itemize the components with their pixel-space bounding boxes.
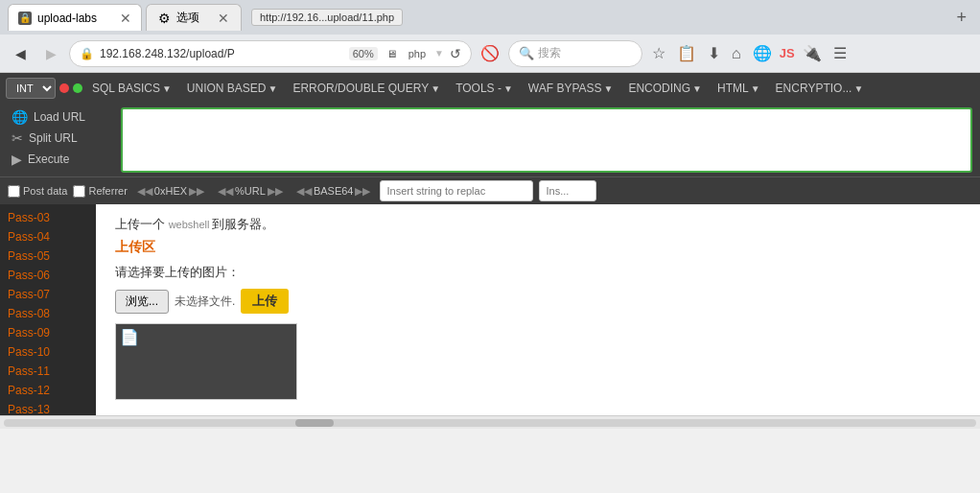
blocked-icon: 🚫: [480, 44, 500, 62]
replace-input-1[interactable]: [380, 180, 533, 201]
tab-upload-labs[interactable]: 🔒 upload-labs ✕: [8, 4, 142, 31]
base64-right-arrow-icon: ▶▶: [355, 185, 370, 198]
html-arrow-icon: ▼: [751, 83, 760, 94]
waf-bypass-arrow-icon: ▼: [604, 83, 614, 94]
hackbar-bottom-bar: Post data Referrer ◀◀ 0xHEX ▶▶ ◀◀ %URL ▶…: [0, 176, 980, 204]
sidebar-item[interactable]: Pass-09: [0, 323, 96, 342]
address-box[interactable]: 🔒 192.168.248.132/upload/P 60% 🖥 php ▼ ↺: [69, 40, 472, 67]
sidebar-item[interactable]: Pass-11: [0, 362, 96, 381]
back-button[interactable]: ◀: [8, 41, 33, 66]
sidebar-item[interactable]: Pass-10: [0, 342, 96, 362]
tab-bar: 🔒 upload-labs ✕ ⚙ 选项 ✕ http://192.16...u…: [0, 0, 980, 35]
hackbar-tools[interactable]: TOOLS - ▼: [450, 80, 519, 97]
download-button[interactable]: ⬇: [704, 42, 724, 64]
new-tab-button[interactable]: +: [956, 8, 967, 28]
split-url-label: Split URL: [29, 131, 78, 145]
hackbar-error-double[interactable]: ERROR/DOUBLE QUERY ▼: [287, 80, 446, 97]
url-encode-button[interactable]: ◀◀ %URL ▶▶: [214, 184, 287, 199]
tab-settings[interactable]: ⚙ 选项 ✕: [146, 4, 242, 31]
tab-title-1: upload-labs: [37, 12, 97, 25]
tab-close-1[interactable]: ✕: [120, 11, 131, 26]
lock-icon: 🔒: [80, 47, 94, 60]
blocked-button[interactable]: 🚫: [478, 41, 502, 66]
union-based-arrow-icon: ▼: [268, 83, 278, 94]
star-button[interactable]: ☆: [648, 42, 669, 64]
upload-controls: 浏览... 未选择文件. 上传: [115, 289, 961, 314]
hackbar-waf-bypass[interactable]: WAF BYPASS ▼: [523, 80, 619, 97]
browse-label: 浏览...: [126, 294, 158, 308]
sidebar-item[interactable]: Pass-07: [0, 285, 96, 304]
forward-button[interactable]: ▶: [38, 41, 63, 66]
load-url-label: Load URL: [34, 110, 85, 124]
js-button[interactable]: JS: [780, 46, 795, 60]
toolbar-icons: ☆ 📋 ⬇ ⌂ 🌐 JS 🔌 ☰: [648, 42, 851, 64]
replace-input-2[interactable]: [539, 180, 596, 201]
sql-basics-arrow-icon: ▼: [162, 83, 172, 94]
encoding-arrow-icon: ▼: [692, 83, 702, 94]
preview-icon: 📄: [120, 328, 139, 346]
referrer-checkbox[interactable]: [73, 185, 85, 198]
upload-label-text: 上传: [252, 293, 277, 308]
sidebar-item[interactable]: Pass-06: [0, 266, 96, 285]
referrer-checkbox-label[interactable]: Referrer: [73, 185, 127, 198]
referrer-label: Referrer: [88, 185, 127, 197]
hackbar-encryption[interactable]: ENCRYPTIO... ▼: [770, 80, 870, 97]
execute-action[interactable]: ▶ Execute: [8, 150, 113, 169]
hackbar-encoding[interactable]: ENCODING ▼: [622, 80, 708, 97]
execute-icon: ▶: [12, 152, 22, 167]
globe-button[interactable]: 🌐: [749, 42, 776, 64]
url-label: %URL: [235, 185, 266, 197]
sidebar-item[interactable]: Pass-13: [0, 400, 96, 415]
post-data-checkbox[interactable]: [8, 185, 20, 198]
scrollbar-track: [4, 419, 976, 427]
hackbar-union-based[interactable]: UNION BASED ▼: [181, 80, 284, 97]
sidebar-item[interactable]: Pass-08: [0, 304, 96, 323]
base64-left-arrow-icon: ◀◀: [296, 185, 312, 198]
error-double-arrow-icon: ▼: [431, 83, 440, 94]
load-url-action[interactable]: 🌐 Load URL: [8, 107, 113, 127]
sidebar-item[interactable]: Pass-04: [0, 227, 96, 246]
hex-left-arrow-icon: ◀◀: [137, 185, 152, 198]
sidebar-item[interactable]: Pass-03: [0, 208, 96, 227]
hex-encode-button[interactable]: ◀◀ 0xHEX ▶▶: [133, 184, 208, 199]
scrollbar-area[interactable]: [0, 415, 980, 429]
upload-button[interactable]: 上传: [241, 289, 289, 314]
hex-right-arrow-icon: ▶▶: [189, 185, 204, 198]
tab-settings-close[interactable]: ✕: [218, 11, 229, 26]
sidebar-item[interactable]: Pass-12: [0, 381, 96, 400]
php-label: php: [406, 48, 429, 59]
home-button[interactable]: ⌂: [728, 43, 745, 64]
hackbar-sql-basics[interactable]: SQL BASICS ▼: [86, 80, 177, 97]
preview-box: 📄: [115, 323, 297, 400]
file-placeholder: 未选择文件.: [175, 293, 235, 310]
tab-favicon-1: 🔒: [18, 12, 32, 25]
hackbar-select[interactable]: INT: [6, 78, 56, 99]
hackbar-menu-bar: INT SQL BASICS ▼ UNION BASED ▼ ERROR/DOU…: [0, 73, 980, 104]
hackbar-textarea[interactable]: [121, 107, 972, 173]
post-data-checkbox-label[interactable]: Post data: [8, 185, 67, 198]
intro-text: 上传一个 webshell 到服务器。: [115, 216, 961, 233]
hackbar-actions: 🌐 Load URL ✂ Split URL ▶ Execute: [8, 107, 113, 173]
split-url-action[interactable]: ✂ Split URL: [8, 129, 113, 148]
sidebar-item[interactable]: Pass-05: [0, 246, 96, 266]
bookmark-button[interactable]: 📋: [673, 42, 700, 64]
url-left-arrow-icon: ◀◀: [218, 185, 233, 198]
url-tab-display[interactable]: http://192.16...upload/11.php: [251, 9, 403, 26]
reload-button[interactable]: ↺: [450, 46, 461, 61]
upload-label: 请选择要上传的图片：: [115, 264, 961, 281]
zoom-badge: 60%: [349, 47, 378, 60]
hackbar-html[interactable]: HTML ▼: [712, 80, 766, 97]
base64-encode-button[interactable]: ◀◀ BASE64 ▶▶: [292, 184, 375, 199]
intro-prefix: 上传一个: [115, 217, 165, 231]
dropdown-arrow-icon: ▼: [434, 48, 444, 59]
browse-button[interactable]: 浏览...: [115, 290, 169, 314]
menu-button[interactable]: ☰: [829, 42, 851, 64]
intro-suffix: 到服务器。: [212, 217, 274, 231]
search-box[interactable]: 🔍 搜索: [508, 40, 642, 67]
gear-icon: ⚙: [158, 11, 171, 26]
extension-button[interactable]: 🔌: [799, 42, 826, 64]
address-bar: ◀ ▶ 🔒 192.168.248.132/upload/P 60% 🖥 php…: [0, 35, 980, 73]
scrollbar-thumb[interactable]: [295, 419, 334, 427]
url-right-arrow-icon: ▶▶: [268, 185, 283, 198]
address-text: 192.168.248.132/upload/P: [100, 47, 343, 60]
